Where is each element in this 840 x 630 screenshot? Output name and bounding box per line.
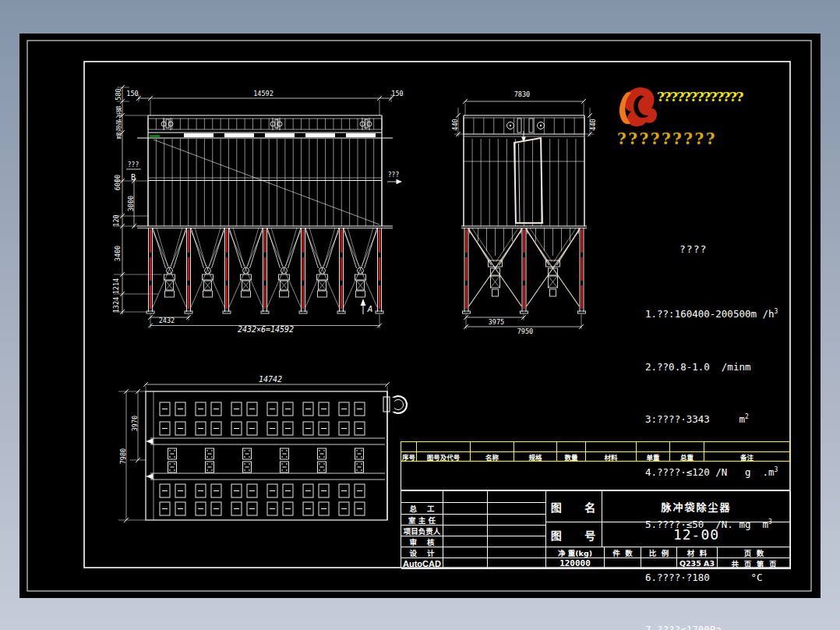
role-label: 总 工 [401, 503, 443, 515]
logo-text-row-1: ????????????? [657, 89, 743, 104]
pages-value: 共 页 第 页 [718, 558, 791, 569]
material-value: Q235 A3 [677, 558, 718, 569]
dim-front-offset-left: 150 [126, 90, 138, 97]
spec-line: 3:????·3343 m2 [645, 411, 778, 429]
title-block-cell [401, 491, 443, 503]
dim-front-580: 580 [115, 88, 122, 100]
dim-plan-width: 14742 [259, 375, 282, 384]
logo-text-row-2: ????????? [617, 129, 717, 148]
dim-side-440-right: 440 [589, 119, 597, 130]
col-header: 数量 [557, 452, 586, 461]
dim-front-3000: 3000 [127, 196, 135, 211]
col-header: 备注 [704, 452, 790, 461]
role-label: 审 核 [401, 536, 443, 547]
dim-front-total-bottom: 2432×6=14592 [238, 325, 294, 334]
dim-front-6000: 6000 [114, 175, 122, 190]
dim-front-1214: 1214 [112, 278, 120, 294]
pages-label: 页 数 [718, 547, 791, 558]
drawing-no-label: 图 号 [546, 522, 602, 547]
dim-plan-half: 3970 [131, 416, 139, 431]
vertical-note: 脉冲喷吹管 [113, 106, 122, 147]
drawing-name-value: 脉冲袋除尘器 [602, 491, 791, 522]
dim-front-3400: 3400 [114, 246, 122, 261]
col-header: 序号 [401, 452, 417, 461]
parts-table-body [401, 462, 790, 490]
dim-plan-full: 7980 [119, 448, 127, 464]
role-label: 项目负责人 [401, 526, 443, 536]
col-header: 材料 [586, 452, 637, 461]
specs-title: ???? [679, 243, 707, 255]
section-b-letter: B [131, 173, 136, 182]
col-header: 规格 [514, 452, 557, 461]
role-label: 室 主 任 [401, 515, 443, 526]
spec-line: 2.??0.8-1.0 /minm [645, 359, 778, 377]
flow-note: ??? [388, 172, 400, 179]
col-header: 图号及代号 [417, 452, 471, 461]
parts-table: 序号 图号及代号 名称 规格 数量 材料 单重 总重 备注 [401, 441, 790, 462]
section-b-note: ??? [128, 161, 139, 168]
dim-front-offset-right: 150 [391, 90, 403, 97]
dim-front-bay: 2432 [159, 317, 175, 324]
spec-line: 1.??:160400-200500m /h3 [645, 306, 778, 324]
material-label: 材 料 [677, 547, 718, 558]
col-header: 单重 [637, 452, 670, 461]
drawing-no-value: 12-00 [602, 522, 791, 547]
qty-label: 件 数 [605, 547, 641, 558]
dim-front-120: 120 [112, 214, 120, 226]
spec-line: 6.????·?180 °C [645, 569, 778, 587]
dim-side-full: 7950 [517, 327, 533, 335]
autocad-label: AutoCAD [401, 558, 443, 569]
parts-table-header-row: 序号 图号及代号 名称 规格 数量 材料 单重 总重 备注 [401, 451, 790, 462]
net-weight-label: 净 重(kg) [546, 547, 605, 558]
dim-front-total-top: 14592 [253, 90, 274, 97]
cad-screenshot: 150 14592 150 2432 2432×6=14592 580 6000… [0, 0, 840, 630]
dim-side-440-left: 440 [451, 119, 459, 130]
col-header: 名称 [471, 452, 514, 461]
scale-label: 比 例 [641, 547, 677, 558]
parts-table-empty-row [401, 441, 790, 451]
detail-a-letter: A [367, 304, 373, 314]
col-header: 总重 [670, 452, 704, 461]
spec-line: 7.????≤1700Pa [645, 621, 778, 630]
dim-front-1324: 1324 [112, 297, 120, 313]
role-label: 设 计 [401, 547, 443, 558]
net-weight-value: 120000 [546, 558, 605, 569]
drawing-name-label: 图 名 [546, 491, 602, 522]
dim-side-width: 7830 [514, 90, 530, 98]
dim-side-half: 3975 [489, 318, 504, 326]
title-block: 总 工 室 主 任 项目负责人 审 核 设 计 AutoCAD 图 名 脉冲袋除… [401, 490, 790, 568]
